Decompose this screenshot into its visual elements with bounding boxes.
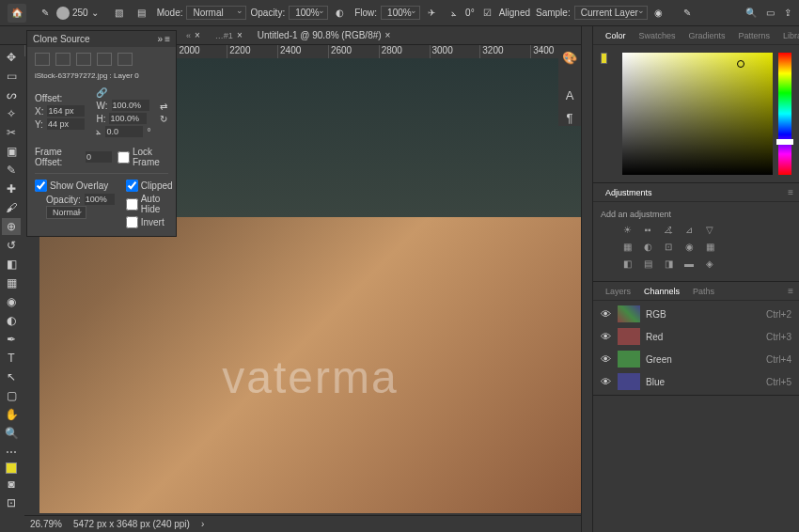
zoom-tool[interactable]: 🔍 bbox=[2, 425, 21, 442]
pressure-size-icon[interactable]: ✎ bbox=[680, 6, 695, 21]
heal-tool[interactable]: ✚ bbox=[2, 180, 21, 197]
pressure-opacity-icon[interactable]: ◐ bbox=[332, 6, 347, 21]
show-overlay-checkbox[interactable] bbox=[35, 180, 47, 192]
share-icon[interactable]: ⇪ bbox=[784, 8, 791, 18]
chevron-icon[interactable]: › bbox=[201, 519, 204, 529]
curves-icon[interactable]: ⦨ bbox=[661, 223, 676, 236]
tab-adjustments[interactable]: Adjustments bbox=[599, 185, 659, 200]
flow-input[interactable]: 100% bbox=[381, 6, 420, 20]
clone-slot-1[interactable] bbox=[35, 53, 50, 66]
brightness-icon[interactable]: ☀ bbox=[619, 223, 634, 236]
exposure-icon[interactable]: ⊿ bbox=[682, 223, 697, 236]
document-tab[interactable]: Untitled-1 @ 90.8% (RGB/8#) × bbox=[250, 28, 399, 42]
aligned-checkbox[interactable]: ☑ bbox=[480, 6, 495, 21]
hue-icon[interactable]: ▦ bbox=[619, 240, 634, 253]
eyedropper-tool[interactable]: ✎ bbox=[2, 162, 21, 179]
wand-tool[interactable]: ✧ bbox=[2, 105, 21, 122]
screen-mode-icon[interactable]: ⊡ bbox=[2, 494, 21, 511]
threshold-icon[interactable]: ◨ bbox=[661, 257, 676, 270]
document-tab-tiny2[interactable]: …#1 × bbox=[208, 28, 250, 42]
channel-mixer-icon[interactable]: ◉ bbox=[682, 240, 697, 253]
shape-tool[interactable]: ▢ bbox=[2, 387, 21, 404]
visibility-icon[interactable]: 👁 bbox=[601, 331, 612, 342]
auto-hide-checkbox[interactable] bbox=[126, 198, 138, 211]
move-tool[interactable]: ✥ bbox=[2, 49, 21, 66]
photo-filter-icon[interactable]: ⊡ bbox=[661, 240, 676, 253]
tool-preset-icon[interactable]: ✎ bbox=[38, 6, 53, 21]
clone-slot-2[interactable] bbox=[55, 53, 70, 66]
tab-paths[interactable]: Paths bbox=[686, 284, 721, 299]
zoom-value[interactable]: 26.79% bbox=[30, 519, 62, 529]
marquee-tool[interactable]: ▭ bbox=[2, 68, 21, 85]
crop-tool[interactable]: ✂ bbox=[2, 124, 21, 141]
type-tool[interactable]: T bbox=[2, 350, 21, 367]
tab-libraries[interactable]: Libraries bbox=[776, 28, 799, 43]
flip-h-icon[interactable]: ⇄ bbox=[160, 102, 167, 112]
hue-slider[interactable] bbox=[778, 53, 791, 175]
gradient-tool[interactable]: ▦ bbox=[2, 274, 21, 291]
invert-checkbox[interactable] bbox=[126, 216, 138, 228]
lasso-tool[interactable]: ᔕ bbox=[2, 86, 21, 103]
quick-mask-icon[interactable]: ◙ bbox=[2, 476, 21, 493]
visibility-icon[interactable]: 👁 bbox=[601, 353, 612, 365]
path-tool[interactable]: ↖ bbox=[2, 368, 21, 385]
para-panel-icon[interactable]: ¶ bbox=[561, 109, 578, 126]
char-panel-icon[interactable]: A bbox=[561, 86, 578, 103]
foreground-color-swatch[interactable] bbox=[6, 462, 17, 474]
document-tab-tiny[interactable]: « × bbox=[179, 28, 208, 42]
hand-tool[interactable]: ✋ bbox=[2, 406, 21, 423]
history-brush-tool[interactable]: ↺ bbox=[2, 237, 21, 254]
scale-w-input[interactable] bbox=[112, 100, 149, 111]
workspace-icon[interactable]: ▭ bbox=[766, 8, 775, 18]
gradient-map-icon[interactable]: ▬ bbox=[682, 257, 697, 270]
panel-menu-icon[interactable]: ≡ bbox=[164, 34, 170, 44]
levels-icon[interactable]: ▪▪ bbox=[640, 223, 655, 236]
tab-swatches[interactable]: Swatches bbox=[633, 28, 682, 43]
angle-value[interactable]: 0° bbox=[465, 8, 475, 18]
panel-divider[interactable] bbox=[581, 26, 592, 532]
collapse-icon[interactable]: » bbox=[158, 34, 164, 44]
opacity-input[interactable]: 100% bbox=[289, 6, 328, 20]
brush-preset[interactable]: 250 ⌄ bbox=[56, 7, 99, 20]
channel-row[interactable]: 👁 RGB Ctrl+2 bbox=[593, 303, 799, 325]
pen-tool[interactable]: ✒ bbox=[2, 331, 21, 348]
visibility-icon[interactable]: 👁 bbox=[601, 376, 612, 387]
edit-toolbar[interactable]: ⋯ bbox=[2, 444, 21, 461]
brush-panel-icon[interactable]: ▤ bbox=[134, 6, 149, 21]
offset-y-input[interactable] bbox=[47, 118, 85, 130]
bw-icon[interactable]: ◐ bbox=[640, 240, 655, 253]
angle-input[interactable] bbox=[105, 126, 143, 137]
scale-h-input[interactable] bbox=[109, 113, 147, 124]
channel-row[interactable]: 👁 Red Ctrl+3 bbox=[593, 325, 799, 348]
invert-icon[interactable]: ◧ bbox=[619, 257, 634, 270]
frame-tool[interactable]: ▣ bbox=[2, 143, 21, 160]
close-icon[interactable]: × bbox=[195, 30, 200, 40]
ignore-adj-icon[interactable]: ◉ bbox=[651, 6, 666, 21]
reset-icon[interactable]: ↻ bbox=[160, 114, 167, 124]
color-lookup-icon[interactable]: ▦ bbox=[702, 240, 717, 253]
eraser-tool[interactable]: ◧ bbox=[2, 256, 21, 273]
clipped-checkbox[interactable] bbox=[126, 180, 138, 192]
color-field[interactable] bbox=[622, 53, 773, 175]
panel-menu-icon[interactable]: ≡ bbox=[788, 187, 793, 197]
clone-slot-4[interactable] bbox=[97, 53, 112, 66]
chevron-down-icon[interactable]: ⌄ bbox=[91, 8, 99, 18]
overlay-mode-select[interactable]: Normal bbox=[46, 206, 86, 219]
tab-patterns[interactable]: Patterns bbox=[732, 28, 777, 43]
tab-channels[interactable]: Channels bbox=[637, 284, 686, 299]
close-icon[interactable]: × bbox=[385, 30, 391, 40]
panel-menu-icon[interactable]: ≡ bbox=[788, 286, 793, 296]
tab-layers[interactable]: Layers bbox=[599, 284, 637, 299]
mode-select[interactable]: Normal bbox=[186, 6, 246, 20]
tab-gradients[interactable]: Gradients bbox=[682, 28, 732, 43]
search-icon[interactable]: 🔍 bbox=[745, 8, 757, 18]
blur-tool[interactable]: ◉ bbox=[2, 293, 21, 310]
airbrush-icon[interactable]: ✈ bbox=[424, 6, 439, 21]
angle-icon[interactable]: ⦛ bbox=[446, 6, 462, 21]
visibility-icon[interactable]: 👁 bbox=[601, 308, 612, 320]
brush-tool[interactable]: 🖌 bbox=[2, 199, 21, 216]
tab-color[interactable]: Color bbox=[599, 28, 633, 43]
sample-select[interactable]: Current Layer bbox=[574, 6, 648, 20]
dodge-tool[interactable]: ◐ bbox=[2, 312, 21, 329]
clone-stamp-tool[interactable]: ⊕ bbox=[2, 218, 21, 235]
